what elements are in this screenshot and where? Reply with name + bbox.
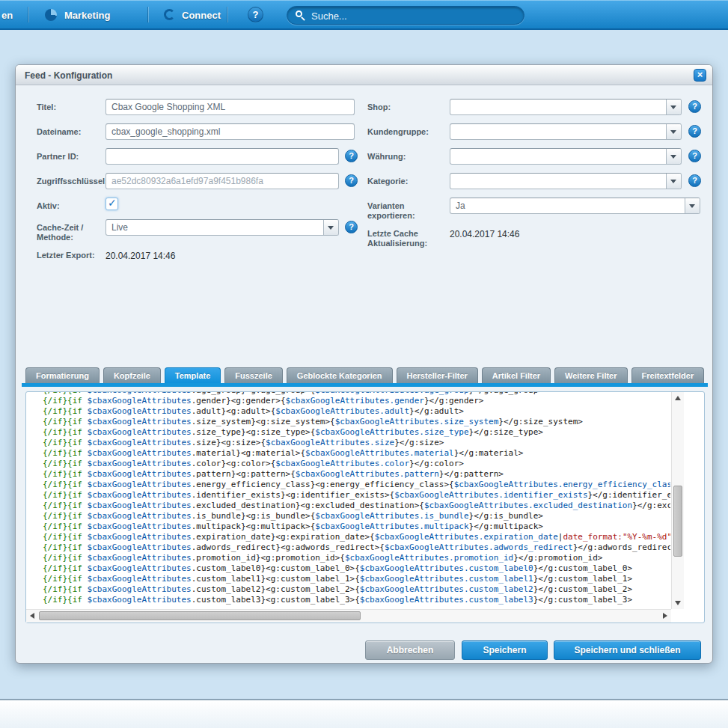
code-area[interactable]: {/if}{if $cbaxGoogleAttributes.age_group… bbox=[26, 392, 670, 609]
editor-vertical-scrollbar[interactable] bbox=[671, 392, 684, 609]
scroll-left-icon[interactable] bbox=[30, 613, 34, 619]
help-icon[interactable]: ? bbox=[345, 174, 358, 187]
kundengruppe-select[interactable] bbox=[450, 123, 682, 140]
code-token: $cbaxGoogleAttributes.custom_label2 bbox=[360, 584, 533, 594]
code-token: $cbaxGoogleAttributes bbox=[88, 406, 192, 416]
help-icon[interactable]: ? bbox=[248, 7, 263, 22]
code-token: {/if}{if bbox=[43, 469, 88, 479]
code-line: {/if}{if $cbaxGoogleAttributes.material}… bbox=[26, 448, 670, 459]
code-token: }</g:custom_label_2> bbox=[533, 584, 632, 594]
dropdown-trigger[interactable] bbox=[323, 220, 338, 235]
code-token: }</g:custom_label_3> bbox=[533, 595, 632, 605]
nav-item-connect[interactable]: Connect bbox=[182, 10, 221, 21]
code-token: $cbaxGoogleAttributes bbox=[88, 511, 192, 521]
tab-geblockte-kategorien[interactable]: Geblockte Kategorien bbox=[287, 367, 393, 383]
code-token: $cbaxGoogleAttributes.gender bbox=[286, 396, 424, 406]
nav-item-marketing[interactable]: Marketing bbox=[64, 10, 110, 21]
tab-template[interactable]: Template bbox=[165, 367, 221, 383]
editor-horizontal-scrollbar[interactable] bbox=[26, 609, 671, 623]
checkmark-icon: ✓ bbox=[108, 197, 117, 209]
code-token: .age_group}<g:age_group>{ bbox=[192, 392, 316, 395]
help-icon[interactable]: ? bbox=[345, 150, 358, 162]
code-token: $cbaxGoogleAttributes.energy_efficiency_… bbox=[454, 480, 670, 489]
partner-id-input[interactable] bbox=[105, 148, 339, 165]
code-token: {/if}{if bbox=[43, 501, 88, 510]
chevron-down-icon bbox=[670, 155, 676, 159]
feed-konfiguration-window: Feed - Konfiguration × Titel:Cbax Google… bbox=[15, 64, 713, 664]
code-token: .custom_label3}<g:custom_label_3>{ bbox=[192, 595, 360, 605]
close-icon[interactable]: × bbox=[694, 69, 706, 82]
code-token: $cbaxGoogleAttributes.multipack bbox=[315, 521, 468, 531]
scroll-right-icon[interactable] bbox=[663, 613, 667, 619]
dropdown-trigger[interactable] bbox=[666, 124, 681, 139]
search-input[interactable]: Suche... bbox=[287, 6, 524, 25]
chevron-down-icon bbox=[689, 204, 695, 208]
dropdown-trigger[interactable] bbox=[666, 149, 681, 164]
dropdown-trigger[interactable] bbox=[685, 198, 700, 213]
tab-artikel-filter[interactable]: Artikel Filter bbox=[482, 367, 551, 383]
code-token: }</g:promotion_id> bbox=[513, 553, 602, 563]
code-token: $cbaxGoogleAttributes.custom_label3 bbox=[360, 595, 533, 605]
code-token: $cbaxGoogleAttributes bbox=[88, 392, 192, 395]
dropdown-trigger[interactable] bbox=[666, 100, 681, 114]
cache-zeit-methode-select[interactable]: Live bbox=[105, 219, 339, 236]
code-token: $cbaxGoogleAttributes bbox=[88, 417, 192, 426]
code-line: {/if}{if $cbaxGoogleAttributes.size_type… bbox=[26, 427, 670, 438]
tab-formatierung[interactable]: Formatierung bbox=[25, 367, 100, 383]
save-close-button[interactable]: Speichern und schließen bbox=[554, 640, 701, 660]
code-token: {/if}{if bbox=[43, 459, 88, 468]
scroll-up-icon[interactable] bbox=[675, 396, 681, 400]
tab-strip: FormatierungKopfzeileTemplateFusszeileGe… bbox=[25, 367, 704, 383]
search-icon bbox=[296, 10, 306, 21]
code-token: .size_type}<g:size_type>{ bbox=[192, 427, 316, 437]
code-token: .gender}<g:gender>{ bbox=[192, 396, 286, 406]
code-token: }</g:identifier_exists> bbox=[588, 490, 671, 500]
zugriffsschluessel-input[interactable]: ae52dc80932a6a1efd97a9f451b986fa bbox=[105, 173, 339, 189]
code-token: {/if}{if bbox=[43, 438, 88, 447]
code-token: .promotion_id}<g:promotion_id>{ bbox=[192, 553, 345, 563]
vertical-scroll-thumb[interactable] bbox=[673, 486, 682, 557]
code-token: .custom_label1}<g:custom_label_1>{ bbox=[192, 574, 360, 584]
window-title: Feed - Konfiguration bbox=[25, 70, 112, 81]
help-icon[interactable]: ? bbox=[688, 100, 701, 113]
field-label-kundengruppe: Kundengruppe: bbox=[367, 127, 445, 137]
shop-select[interactable] bbox=[450, 99, 682, 115]
dropdown-trigger[interactable] bbox=[666, 174, 681, 189]
waehrung-select[interactable] bbox=[450, 148, 682, 165]
horizontal-scroll-thumb[interactable] bbox=[39, 611, 361, 620]
code-token: $cbaxGoogleAttributes.promotion_id bbox=[345, 553, 513, 563]
tab-weitere-filter[interactable]: Weitere Filter bbox=[554, 367, 628, 383]
code-token: {/if}{if bbox=[43, 480, 88, 489]
kategorie-select[interactable] bbox=[450, 173, 682, 189]
dateiname-input[interactable]: cbax_google_shopping.xml bbox=[105, 123, 355, 140]
code-token: {/if}{if bbox=[43, 406, 88, 416]
template-code-editor[interactable]: {/if}{if $cbaxGoogleAttributes.age_group… bbox=[25, 391, 705, 623]
tab-freitextfelder[interactable]: Freitextfelder bbox=[631, 367, 705, 383]
nav-separator bbox=[147, 7, 148, 22]
help-icon[interactable]: ? bbox=[688, 150, 701, 162]
help-icon[interactable]: ? bbox=[688, 125, 701, 138]
nav-separator bbox=[28, 7, 28, 22]
code-token: {/if}{if bbox=[43, 595, 88, 605]
help-icon[interactable]: ? bbox=[688, 174, 701, 187]
code-token: $cbaxGoogleAttributes.color bbox=[275, 459, 409, 468]
help-icon[interactable]: ? bbox=[345, 221, 358, 233]
tab-fusszeile[interactable]: Fusszeile bbox=[224, 367, 283, 383]
scroll-down-icon[interactable] bbox=[675, 601, 681, 605]
tab-hersteller-filter[interactable]: Hersteller-Filter bbox=[397, 367, 478, 383]
code-token: .size_system}<g:size_system>{ bbox=[192, 417, 335, 426]
titel-input[interactable]: Cbax Google Shopping XML bbox=[105, 99, 355, 115]
window-titlebar[interactable]: Feed - Konfiguration × bbox=[16, 65, 712, 85]
code-token: date_format:"%Y-%m-%d" bbox=[563, 532, 670, 542]
cancel-button[interactable]: Abbrechen bbox=[365, 640, 455, 660]
code-token: $cbaxGoogleAttributes bbox=[88, 584, 192, 594]
field-label-waehrung: Währung: bbox=[367, 152, 445, 162]
code-token: {/if}{if bbox=[43, 448, 88, 458]
code-token: .custom_label2}<g:custom_label_2>{ bbox=[192, 584, 360, 594]
aktiv-checkbox[interactable]: ✓ bbox=[105, 198, 118, 210]
nav-item-partial[interactable]: en bbox=[1, 10, 13, 21]
chevron-down-icon bbox=[670, 105, 676, 109]
save-button[interactable]: Speichern bbox=[462, 640, 548, 660]
tab-kopfzeile[interactable]: Kopfzeile bbox=[103, 367, 161, 383]
varianten-exportieren-select[interactable]: Ja bbox=[450, 198, 700, 214]
